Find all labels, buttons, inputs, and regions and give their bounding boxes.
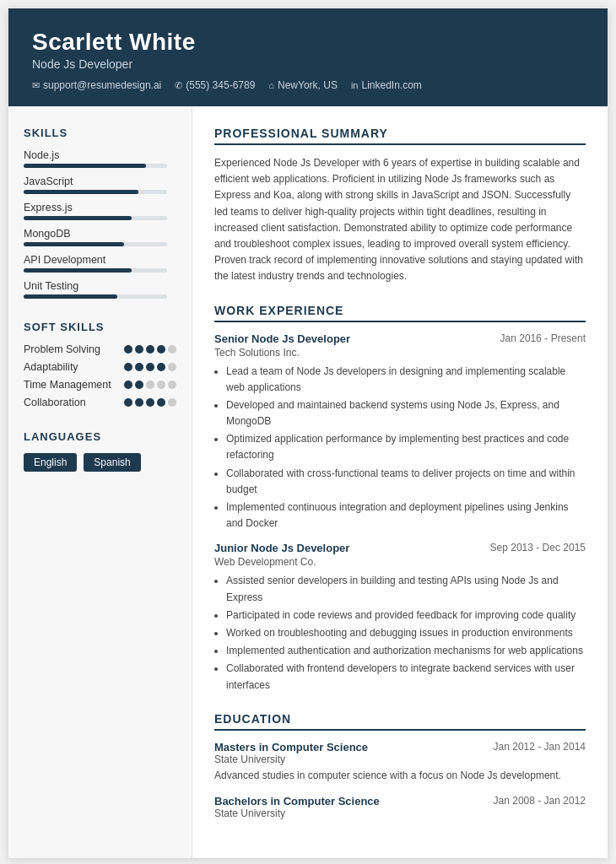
- soft-skill-item: Collaboration: [24, 397, 176, 408]
- skill-bar-bg: [24, 190, 167, 194]
- job-header: Junior Node Js Developer Sep 2013 - Dec …: [214, 542, 586, 554]
- language-badge: Spanish: [84, 453, 140, 472]
- sidebar: SKILLS Node.js JavaScript Express.js Mon…: [8, 106, 192, 858]
- edu-degree: Bachelors in Computer Science: [214, 795, 380, 807]
- job-bullet: Lead a team of Node Js developers in des…: [226, 364, 586, 396]
- skill-name: Express.js: [24, 202, 176, 213]
- work-section: WORK EXPERIENCE Senior Node Js Developer…: [214, 304, 586, 694]
- dot-filled: [135, 398, 143, 407]
- soft-skill-name: Problem Solving: [24, 343, 124, 355]
- dot-filled: [157, 363, 165, 371]
- contact-item: ✉support@resumedesign.ai: [32, 79, 161, 91]
- work-title: WORK EXPERIENCE: [214, 304, 586, 322]
- resume-container: Scarlett White Node Js Developer ✉suppor…: [8, 8, 608, 858]
- skill-bar-bg: [24, 294, 167, 299]
- candidate-title: Node Js Developer: [32, 57, 584, 71]
- header: Scarlett White Node Js Developer ✉suppor…: [8, 8, 608, 106]
- summary-section: PROFESSIONAL SUMMARY Experienced Node Js…: [214, 127, 586, 285]
- skill-bar-bg: [24, 242, 167, 246]
- job-company: Web Development Co.: [214, 556, 586, 568]
- skill-bar-fill: [24, 190, 138, 194]
- job-bullet: Worked on troubleshooting and debugging …: [226, 625, 586, 641]
- job-bullet: Optimized application performance by imp…: [226, 431, 586, 463]
- summary-text: Experienced Node Js Developer with 6 yea…: [214, 155, 586, 285]
- edu-dates: Jan 2012 - Jan 2014: [494, 741, 586, 753]
- job-bullets: Lead a team of Node Js developers in des…: [226, 364, 586, 532]
- job-bullet: Developed and maintained backend systems…: [226, 397, 586, 429]
- soft-skill-item: Time Management: [24, 379, 176, 391]
- job-entry: Junior Node Js Developer Sep 2013 - Dec …: [214, 542, 586, 693]
- dot-filled: [146, 363, 154, 371]
- edu-header: Masters in Computer Science Jan 2012 - J…: [214, 741, 586, 753]
- dot-filled: [124, 398, 132, 407]
- language-badges: EnglishSpanish: [24, 453, 176, 472]
- dot-filled: [124, 345, 132, 354]
- education-title: EDUCATION: [214, 712, 586, 731]
- contact-text: NewYork, US: [278, 79, 338, 91]
- edu-degree: Masters in Computer Science: [214, 741, 368, 753]
- skill-bar-fill: [24, 164, 146, 168]
- contact-icon: ✉: [32, 80, 40, 91]
- dot-empty: [146, 381, 154, 389]
- dot-empty: [168, 363, 176, 371]
- education-list: Masters in Computer Science Jan 2012 - J…: [214, 741, 586, 819]
- skills-list: Node.js JavaScript Express.js MongoDB AP…: [24, 149, 176, 299]
- skill-item: JavaScript: [24, 176, 176, 194]
- skill-name: Unit Testing: [24, 280, 176, 292]
- skill-name: Node.js: [24, 149, 176, 161]
- contact-text: LinkedIn.com: [361, 79, 421, 91]
- contact-text: (555) 345-6789: [186, 79, 255, 91]
- education-entry: Masters in Computer Science Jan 2012 - J…: [214, 741, 586, 783]
- soft-skill-item: Problem Solving: [24, 343, 176, 355]
- dot-filled: [124, 363, 132, 371]
- contact-item: inLinkedIn.com: [351, 79, 422, 91]
- job-bullet: Implemented continuous integration and d…: [226, 500, 586, 532]
- contact-icon: in: [351, 80, 359, 90]
- skill-item: Node.js: [24, 149, 176, 168]
- job-bullet: Collaborated with cross-functional teams…: [226, 466, 586, 498]
- skill-name: API Development: [24, 254, 176, 266]
- job-company: Tech Solutions Inc.: [214, 347, 586, 359]
- dot-empty: [168, 381, 176, 389]
- skill-item: MongoDB: [24, 228, 176, 246]
- skill-bar-fill: [24, 242, 124, 246]
- edu-dates: Jan 2008 - Jan 2012: [494, 795, 586, 807]
- summary-title: PROFESSIONAL SUMMARY: [214, 127, 586, 145]
- skills-title: SKILLS: [24, 127, 176, 139]
- skill-item: API Development: [24, 254, 176, 273]
- edu-desc: Advanced studies in computer science wit…: [214, 768, 586, 783]
- contact-bar: ✉support@resumedesign.ai✆(555) 345-6789⌂…: [32, 79, 584, 91]
- body: SKILLS Node.js JavaScript Express.js Mon…: [8, 106, 608, 858]
- edu-header: Bachelors in Computer Science Jan 2008 -…: [214, 795, 586, 807]
- jobs-list: Senior Node Js Developer Jan 2016 - Pres…: [214, 332, 586, 694]
- job-dates: Jan 2016 - Present: [500, 332, 586, 344]
- dot-filled: [157, 345, 165, 354]
- soft-skill-name: Collaboration: [24, 397, 124, 408]
- skills-section: SKILLS Node.js JavaScript Express.js Mon…: [24, 127, 176, 299]
- job-title: Senior Node Js Developer: [214, 332, 350, 345]
- soft-skill-dots: [124, 345, 176, 354]
- skill-bar-fill: [24, 268, 132, 273]
- job-bullet: Implemented authentication and authoriza…: [226, 643, 586, 659]
- dot-filled: [124, 381, 132, 389]
- soft-skills-section: SOFT SKILLS Problem Solving Adaptability…: [24, 321, 176, 408]
- job-bullet: Participated in code reviews and provide…: [226, 608, 586, 624]
- languages-section: LANGUAGES EnglishSpanish: [24, 430, 176, 472]
- job-title: Junior Node Js Developer: [214, 542, 349, 554]
- languages-title: LANGUAGES: [24, 430, 176, 443]
- contact-text: support@resumedesign.ai: [43, 79, 161, 91]
- skill-bar-bg: [24, 164, 167, 168]
- job-header: Senior Node Js Developer Jan 2016 - Pres…: [214, 332, 586, 345]
- education-section: EDUCATION Masters in Computer Science Ja…: [214, 712, 586, 819]
- main-content: PROFESSIONAL SUMMARY Experienced Node Js…: [192, 106, 608, 858]
- job-bullet: Assisted senior developers in building a…: [226, 573, 586, 605]
- contact-item: ⌂NewYork, US: [268, 79, 338, 91]
- job-bullet: Collaborated with frontend developers to…: [226, 661, 586, 693]
- dot-filled: [135, 363, 143, 371]
- soft-skill-dots: [124, 381, 176, 389]
- edu-school: State University: [214, 753, 586, 765]
- skill-bar-fill: [24, 294, 117, 299]
- soft-skills-list: Problem Solving Adaptability Time Manage…: [24, 343, 176, 408]
- dot-empty: [168, 398, 176, 407]
- skill-name: JavaScript: [24, 176, 176, 187]
